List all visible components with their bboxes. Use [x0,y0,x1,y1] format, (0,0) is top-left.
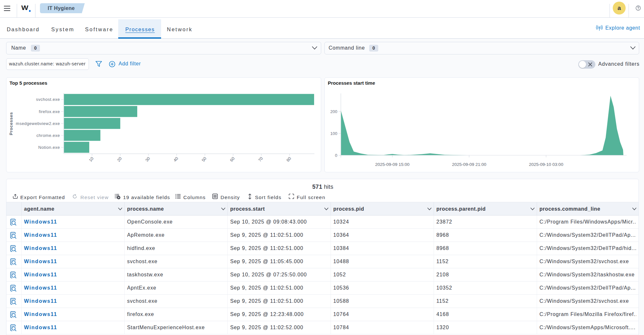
svg-text:70: 70 [257,156,264,163]
svg-text:40: 40 [172,156,179,163]
svg-text:svchost.exe: svchost.exe [36,97,60,102]
svg-text:msedgewebview2.exe: msedgewebview2.exe [16,121,60,126]
svg-text:30: 30 [144,156,151,163]
svg-text:0: 0 [335,153,337,158]
svg-text:50: 50 [201,156,207,163]
svg-text:60: 60 [229,156,236,163]
svg-text:200: 200 [330,109,337,114]
svg-text:10: 10 [88,156,95,163]
svg-text:Notion.exe: Notion.exe [38,145,60,150]
svg-text:20: 20 [116,156,123,163]
svg-text:100: 100 [330,131,337,136]
svg-text:firefox.exe: firefox.exe [39,109,60,114]
svg-text:2025-09-10 03:00: 2025-09-10 03:00 [529,162,563,167]
svg-text:Processes: Processes [9,112,14,135]
svg-text:chrome.exe: chrome.exe [36,133,60,138]
svg-text:80: 80 [285,156,292,163]
svg-text:2025-09-09 21:00: 2025-09-09 21:00 [452,162,486,167]
svg-text:2025-09-09 15:00: 2025-09-09 15:00 [375,162,410,167]
